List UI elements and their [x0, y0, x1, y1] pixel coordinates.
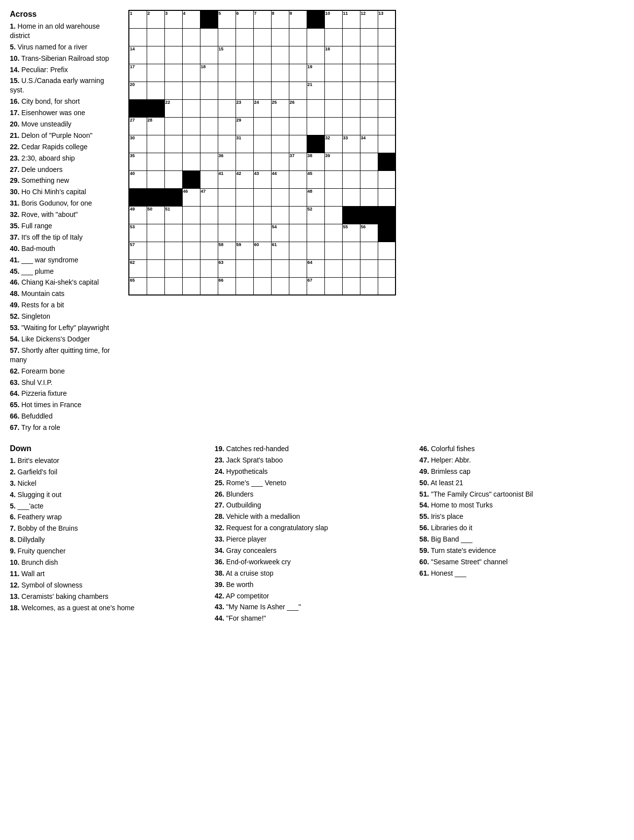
- grid-cell-2-12[interactable]: [342, 46, 360, 64]
- grid-cell-4-12[interactable]: [342, 82, 360, 99]
- grid-cell-14-2[interactable]: [164, 259, 182, 277]
- grid-cell-6-13[interactable]: [360, 117, 378, 135]
- grid-cell-13-0[interactable]: 57: [129, 242, 147, 259]
- grid-cell-10-10[interactable]: 48: [307, 188, 324, 206]
- grid-cell-15-8[interactable]: [271, 277, 289, 295]
- grid-cell-13-4[interactable]: [200, 242, 218, 259]
- grid-cell-10-5[interactable]: [218, 188, 236, 206]
- grid-cell-3-11[interactable]: [324, 64, 342, 82]
- grid-cell-2-4[interactable]: [200, 46, 218, 64]
- grid-cell-13-5[interactable]: 58: [218, 242, 236, 259]
- grid-cell-7-10[interactable]: [307, 135, 324, 153]
- grid-cell-14-14[interactable]: [378, 259, 396, 277]
- grid-cell-13-7[interactable]: 60: [253, 242, 271, 259]
- grid-cell-7-7[interactable]: [253, 135, 271, 153]
- grid-cell-6-1[interactable]: 28: [147, 117, 164, 135]
- grid-cell-4-5[interactable]: [218, 82, 236, 99]
- grid-cell-15-12[interactable]: [342, 277, 360, 295]
- grid-cell-12-2[interactable]: [164, 224, 182, 242]
- grid-cell-0-11[interactable]: 10: [324, 10, 342, 28]
- grid-cell-9-4[interactable]: [200, 170, 218, 188]
- grid-cell-2-3[interactable]: [182, 46, 200, 64]
- grid-cell-1-10[interactable]: [307, 28, 324, 46]
- grid-cell-7-9[interactable]: [289, 135, 307, 153]
- grid-cell-12-6[interactable]: [236, 224, 253, 242]
- grid-cell-6-5[interactable]: [218, 117, 236, 135]
- grid-cell-10-9[interactable]: [289, 188, 307, 206]
- grid-cell-8-5[interactable]: 36: [218, 153, 236, 170]
- grid-cell-2-14[interactable]: [378, 46, 396, 64]
- grid-cell-8-6[interactable]: [236, 153, 253, 170]
- grid-cell-11-9[interactable]: [289, 206, 307, 224]
- grid-cell-7-1[interactable]: [147, 135, 164, 153]
- grid-cell-3-12[interactable]: [342, 64, 360, 82]
- grid-cell-3-7[interactable]: [253, 64, 271, 82]
- grid-cell-15-0[interactable]: 65: [129, 277, 147, 295]
- grid-cell-12-0[interactable]: 53: [129, 224, 147, 242]
- grid-cell-5-7[interactable]: 24: [253, 99, 271, 117]
- grid-cell-15-10[interactable]: 67: [307, 277, 324, 295]
- grid-cell-9-12[interactable]: [342, 170, 360, 188]
- grid-cell-5-14[interactable]: [378, 99, 396, 117]
- grid-cell-15-5[interactable]: 66: [218, 277, 236, 295]
- grid-cell-9-10[interactable]: 45: [307, 170, 324, 188]
- grid-cell-7-12[interactable]: 33: [342, 135, 360, 153]
- grid-cell-7-0[interactable]: 30: [129, 135, 147, 153]
- grid-cell-7-2[interactable]: [164, 135, 182, 153]
- grid-cell-10-13[interactable]: [360, 188, 378, 206]
- grid-cell-0-7[interactable]: 7: [253, 10, 271, 28]
- grid-cell-6-7[interactable]: [253, 117, 271, 135]
- grid-cell-15-13[interactable]: [360, 277, 378, 295]
- grid-cell-12-1[interactable]: [147, 224, 164, 242]
- grid-cell-14-10[interactable]: 64: [307, 259, 324, 277]
- grid-cell-10-6[interactable]: [236, 188, 253, 206]
- grid-cell-5-5[interactable]: [218, 99, 236, 117]
- grid-cell-0-3[interactable]: 4: [182, 10, 200, 28]
- grid-cell-2-2[interactable]: [164, 46, 182, 64]
- grid-cell-3-2[interactable]: [164, 64, 182, 82]
- grid-cell-0-0[interactable]: 1: [129, 10, 147, 28]
- grid-cell-5-2[interactable]: 22: [164, 99, 182, 117]
- grid-cell-4-3[interactable]: [182, 82, 200, 99]
- grid-cell-1-4[interactable]: [200, 28, 218, 46]
- grid-cell-8-10[interactable]: 38: [307, 153, 324, 170]
- grid-cell-11-10[interactable]: 52: [307, 206, 324, 224]
- grid-cell-1-3[interactable]: [182, 28, 200, 46]
- grid-cell-1-8[interactable]: [271, 28, 289, 46]
- grid-cell-9-13[interactable]: [360, 170, 378, 188]
- grid-cell-1-1[interactable]: [147, 28, 164, 46]
- grid-cell-12-9[interactable]: [289, 224, 307, 242]
- grid-cell-14-0[interactable]: 62: [129, 259, 147, 277]
- grid-cell-10-11[interactable]: [324, 188, 342, 206]
- grid-cell-1-7[interactable]: [253, 28, 271, 46]
- grid-cell-11-6[interactable]: [236, 206, 253, 224]
- grid-cell-14-4[interactable]: [200, 259, 218, 277]
- grid-cell-8-7[interactable]: [253, 153, 271, 170]
- grid-cell-4-13[interactable]: [360, 82, 378, 99]
- grid-cell-0-5[interactable]: 5: [218, 10, 236, 28]
- grid-cell-9-1[interactable]: [147, 170, 164, 188]
- grid-cell-9-0[interactable]: 40: [129, 170, 147, 188]
- grid-cell-13-8[interactable]: 61: [271, 242, 289, 259]
- grid-cell-13-11[interactable]: [324, 242, 342, 259]
- grid-cell-15-4[interactable]: [200, 277, 218, 295]
- grid-cell-11-5[interactable]: [218, 206, 236, 224]
- grid-cell-3-4[interactable]: 18: [200, 64, 218, 82]
- grid-cell-14-6[interactable]: [236, 259, 253, 277]
- grid-cell-2-5[interactable]: 15: [218, 46, 236, 64]
- grid-cell-4-10[interactable]: 21: [307, 82, 324, 99]
- grid-cell-8-11[interactable]: 39: [324, 153, 342, 170]
- grid-cell-12-12[interactable]: 55: [342, 224, 360, 242]
- grid-cell-3-9[interactable]: [289, 64, 307, 82]
- grid-cell-11-14[interactable]: [378, 206, 396, 224]
- grid-cell-3-1[interactable]: [147, 64, 164, 82]
- grid-cell-11-13[interactable]: [360, 206, 378, 224]
- grid-cell-14-12[interactable]: [342, 259, 360, 277]
- grid-cell-8-4[interactable]: [200, 153, 218, 170]
- grid-cell-3-10[interactable]: 19: [307, 64, 324, 82]
- grid-cell-6-10[interactable]: [307, 117, 324, 135]
- grid-cell-12-13[interactable]: 56: [360, 224, 378, 242]
- grid-cell-11-0[interactable]: 49: [129, 206, 147, 224]
- grid-cell-10-7[interactable]: [253, 188, 271, 206]
- grid-cell-6-0[interactable]: 27: [129, 117, 147, 135]
